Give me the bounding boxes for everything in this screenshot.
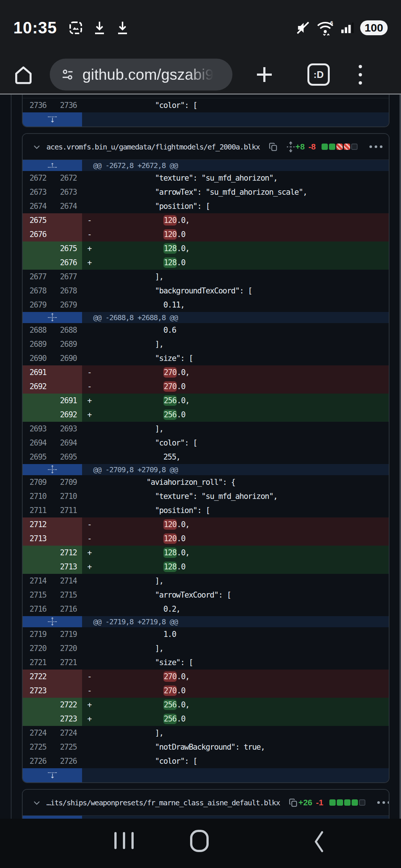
changed-word: 256 [163, 700, 177, 710]
line-number-old [23, 408, 52, 422]
back-button[interactable] [310, 830, 327, 854]
line-number-old: 2678 [23, 284, 52, 298]
line-number-old [23, 241, 52, 256]
line-number-old: 2712 [23, 517, 52, 532]
diff-row-context: 26942694 "color": [ [23, 436, 389, 450]
line-number-old: 2726 [23, 754, 52, 768]
home-button[interactable] [13, 64, 34, 85]
page-left-rule [11, 95, 12, 819]
line-number-old: 2688 [23, 323, 52, 337]
line-number-new [52, 379, 82, 394]
line-number-new: 2677 [52, 270, 82, 284]
diff-row-context: 27202720 ], [23, 641, 389, 655]
url-bar[interactable]: github.com/gszabi9 [50, 59, 232, 91]
expand-up-button[interactable]: ↑ [23, 160, 82, 171]
code-text: - 120.0, [82, 517, 389, 532]
diff-row-addition: 2712+ 128.0, [23, 546, 389, 560]
line-number-old: 2723 [23, 684, 52, 698]
browser-menu-button[interactable] [359, 65, 362, 85]
diff-row-context: 26792679 0.11, [23, 298, 389, 312]
line-number-new: 2720 [52, 641, 82, 655]
diff-row-context: 26932693 ], [23, 422, 389, 436]
diff-row-context: 26782678 "backgroundTexCoord": [ [23, 284, 389, 298]
code-text: 1.0 [82, 627, 389, 641]
expand-both-button[interactable]: ↑↓ [23, 464, 82, 475]
changed-word: 270 [163, 671, 177, 682]
line-number-new: 2726 [52, 754, 82, 768]
signal-icon [340, 21, 354, 35]
tab-switcher-button[interactable]: :D [307, 63, 330, 86]
copy-path-icon[interactable] [268, 142, 278, 152]
line-number-old: 2694 [23, 436, 52, 450]
file-diff-card: 27362736 "color": [↓ [22, 95, 389, 127]
unfold-file-icon[interactable] [286, 141, 296, 152]
new-tab-button[interactable] [253, 63, 276, 86]
code-text: "color": [ [82, 98, 389, 112]
recents-button[interactable] [114, 832, 134, 849]
code-text: - 120.0 [82, 532, 389, 546]
expand-down-button[interactable]: ↓ [23, 816, 82, 819]
line-number-old: 2692 [23, 379, 52, 394]
site-settings-icon[interactable] [60, 67, 75, 82]
code-text: + 256.0, [82, 394, 389, 408]
diff-row-deletion: 2712- 120.0, [23, 517, 389, 532]
line-number-old [23, 394, 52, 408]
code-text: - 270.0, [82, 670, 389, 684]
deletions-count: -1 [316, 798, 323, 808]
diffstat-block-neutral [351, 144, 358, 150]
line-number-old: 2693 [23, 422, 52, 436]
diff-row-addition: 2675+ 128.0, [23, 241, 389, 256]
line-number-new: 2721 [52, 655, 82, 670]
changed-word: 120 [163, 229, 177, 240]
line-number-new: 2714 [52, 574, 82, 588]
diffstat-blocks [322, 144, 358, 150]
file-menu-button[interactable] [377, 801, 389, 804]
line-number-new [52, 365, 82, 379]
expand-both-button[interactable]: ↑↓ [23, 312, 82, 323]
diff-row-context: 26772677 ], [23, 270, 389, 284]
expand-down-button[interactable]: ↓ [23, 768, 82, 782]
file-header[interactable]: aces.vromfs.bin_u/gamedata/flightmodels/… [23, 134, 389, 160]
home-nav-button[interactable] [190, 830, 209, 852]
line-number-new: 2724 [52, 726, 82, 740]
line-number-old: 2714 [23, 574, 52, 588]
line-number-old: 2710 [23, 489, 52, 503]
line-number-new: 2693 [52, 422, 82, 436]
line-number-new: 2712 [52, 546, 82, 560]
file-path[interactable]: …its/ships/weaponpresets/fr_marne_class_… [46, 798, 280, 807]
line-number-old: 2713 [23, 532, 52, 546]
line-number-new: 2676 [52, 256, 82, 270]
line-number-new: 2691 [52, 394, 82, 408]
code-text: ], [82, 641, 389, 655]
hunk-range-label: @@ -2672,8 +2672,8 @@ [82, 160, 178, 171]
expand-both-button[interactable]: ↑↓ [23, 616, 82, 627]
file-menu-button[interactable] [369, 145, 382, 148]
diff-row-context: 26902690 "size": [ [23, 351, 389, 365]
line-number-new: 2723 [52, 712, 82, 726]
line-number-old: 2724 [23, 726, 52, 740]
clock: 10:35 [13, 19, 57, 37]
code-text: ], [82, 726, 389, 740]
changed-word: 270 [163, 381, 177, 392]
changed-word: 256 [163, 714, 177, 724]
screenshot-notification-icon [68, 20, 83, 35]
code-text: "arrowTexCoord": [ [82, 588, 389, 602]
browser-toolbar: github.com/gszabi9 :D [0, 56, 401, 93]
code-text: 0.2, [82, 602, 389, 616]
chevron-down-icon[interactable] [32, 142, 41, 151]
line-number-new [52, 670, 82, 684]
url-text[interactable]: github.com/gszabi9 [82, 66, 213, 83]
line-number-old: 2674 [23, 199, 52, 213]
file-path[interactable]: aces.vromfs.bin_u/gamedata/flightmodels/… [46, 142, 260, 151]
diff-row-deletion: 2676- 120.0 [23, 227, 389, 241]
diff-row-context: 27252725 "notDrawBackground": true, [23, 740, 389, 754]
additions-count: +26 [299, 798, 312, 808]
line-number-new [52, 517, 82, 532]
file-header[interactable]: …its/ships/weaponpresets/fr_marne_class_… [23, 790, 389, 816]
expand-down-button[interactable]: ↓ [23, 112, 82, 126]
code-text: - 120.0 [82, 227, 389, 241]
diff-row-deletion: 2692- 270.0 [23, 379, 389, 394]
chevron-down-icon[interactable] [32, 798, 41, 807]
line-number-old: 2720 [23, 641, 52, 655]
copy-path-icon[interactable] [288, 798, 299, 808]
